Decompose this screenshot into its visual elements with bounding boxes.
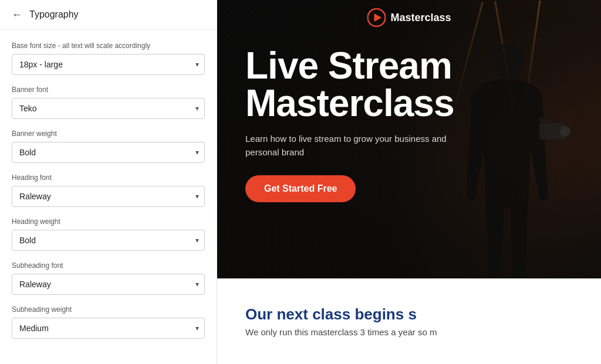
- label-heading-weight: Heading weight: [12, 217, 205, 226]
- hero-title: Live Stream Masterclass: [245, 47, 468, 122]
- back-button[interactable]: ←: [12, 9, 22, 20]
- preview-panel: Masterclass Live Stream Masterclass Lear…: [217, 0, 601, 364]
- hero-subtitle: Learn how to live stream to grow your bu…: [245, 132, 468, 159]
- typography-panel: ← Typography Base font size - all text w…: [0, 0, 217, 364]
- select-wrapper-heading-weight: LightRegularMediumBoldBlack▾: [12, 230, 205, 251]
- label-banner-font: Banner font: [12, 86, 205, 94]
- field-group-heading-font: Heading fontTekoRalewayRobotoOpen SansMo…: [12, 174, 205, 207]
- label-heading-font: Heading font: [12, 174, 205, 182]
- logo-icon: [367, 8, 386, 27]
- hero-title-line1: Live Stream: [245, 45, 452, 87]
- label-base-font-size: Base font size - all text will scale acc…: [12, 42, 205, 50]
- label-banner-weight: Banner weight: [12, 130, 205, 138]
- label-subheading-weight: Subheading weight: [12, 305, 205, 314]
- field-group-heading-weight: Heading weightLightRegularMediumBoldBlac…: [12, 217, 205, 251]
- hero-logo-area: Masterclass: [367, 8, 451, 27]
- panel-title: Typography: [29, 9, 79, 20]
- select-heading-weight[interactable]: LightRegularMediumBoldBlack: [12, 230, 205, 251]
- select-base-font-size[interactable]: 14px - small16px - medium18px - large20p…: [12, 54, 205, 75]
- select-subheading-weight[interactable]: LightRegularMediumBoldBlack: [12, 318, 205, 339]
- field-group-base-font-size: Base font size - all text will scale acc…: [12, 42, 205, 75]
- select-heading-font[interactable]: TekoRalewayRobotoOpen SansMontserrat: [12, 186, 205, 207]
- hero-content: Live Stream Masterclass Learn how to liv…: [245, 47, 468, 202]
- bottom-section: Our next class begins s We only run this…: [217, 278, 601, 364]
- svg-rect-3: [539, 117, 551, 123]
- select-wrapper-banner-weight: LightRegularMediumBoldBlack▾: [12, 142, 205, 163]
- select-wrapper-base-font-size: 14px - small16px - medium18px - large20p…: [12, 54, 205, 75]
- svg-point-0: [491, 43, 524, 80]
- panel-content: Base font size - all text will scale acc…: [0, 30, 217, 361]
- hero-title-line2: Masterclass: [245, 82, 454, 124]
- field-group-banner-font: Banner fontTekoRalewayRobotoOpen SansMon…: [12, 86, 205, 119]
- field-group-banner-weight: Banner weightLightRegularMediumBoldBlack…: [12, 130, 205, 163]
- panel-header: ← Typography: [0, 0, 217, 30]
- cta-button[interactable]: Get Started Free: [245, 175, 356, 202]
- select-wrapper-subheading-font: TekoRalewayRobotoOpen SansMontserrat▾: [12, 274, 205, 295]
- svg-marker-5: [374, 13, 381, 22]
- select-banner-font[interactable]: TekoRalewayRobotoOpen SansMontserrat: [12, 98, 205, 119]
- field-group-subheading-font: Subheading fontTekoRalewayRobotoOpen San…: [12, 261, 205, 295]
- bottom-subtitle: We only run this masterclass 3 times a y…: [245, 327, 573, 337]
- select-wrapper-banner-font: TekoRalewayRobotoOpen SansMontserrat▾: [12, 98, 205, 119]
- select-subheading-font[interactable]: TekoRalewayRobotoOpen SansMontserrat: [12, 274, 205, 295]
- select-wrapper-subheading-weight: LightRegularMediumBoldBlack▾: [12, 318, 205, 339]
- select-wrapper-heading-font: TekoRalewayRobotoOpen SansMontserrat▾: [12, 186, 205, 207]
- hero-section: Masterclass Live Stream Masterclass Lear…: [217, 0, 601, 278]
- logo-text: Masterclass: [390, 12, 451, 24]
- select-banner-weight[interactable]: LightRegularMediumBoldBlack: [12, 142, 205, 163]
- field-group-subheading-weight: Subheading weightLightRegularMediumBoldB…: [12, 305, 205, 339]
- bottom-title: Our next class begins s: [245, 305, 573, 324]
- svg-rect-2: [560, 126, 570, 137]
- label-subheading-font: Subheading font: [12, 261, 205, 270]
